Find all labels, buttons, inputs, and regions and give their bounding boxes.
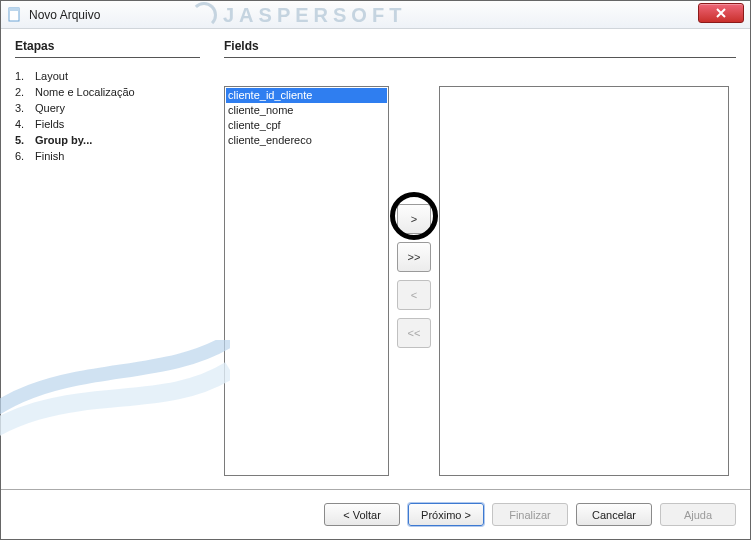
step-item: 6.Finish (15, 148, 200, 164)
step-label: Group by... (35, 134, 92, 146)
step-label: Fields (35, 118, 64, 130)
add-button[interactable]: > (397, 204, 431, 234)
available-fields-list[interactable]: cliente_id_clientecliente_nomecliente_cp… (224, 86, 389, 476)
step-number: 5. (15, 134, 35, 146)
titlebar: Novo Arquivo JASPERSOFT (1, 1, 750, 29)
list-item[interactable]: cliente_endereco (226, 133, 387, 148)
wizard-footer: < Voltar Próximo > Finalizar Cancelar Aj… (1, 489, 750, 539)
step-number: 1. (15, 70, 35, 82)
list-item[interactable]: cliente_id_cliente (226, 88, 387, 103)
step-label: Query (35, 102, 65, 114)
selected-fields-list[interactable] (439, 86, 729, 476)
back-button[interactable]: < Voltar (324, 503, 400, 526)
transfer-buttons: > >> < << (389, 86, 439, 476)
step-item: 4.Fields (15, 116, 200, 132)
list-item[interactable]: cliente_cpf (226, 118, 387, 133)
remove-all-button[interactable]: << (397, 318, 431, 348)
step-number: 2. (15, 86, 35, 98)
steps-list: 1.Layout2.Nome e Localização3.Query4.Fie… (15, 68, 200, 164)
svg-rect-1 (9, 8, 19, 11)
brand-logo: JASPERSOFT (191, 1, 406, 29)
brand-text: JASPERSOFT (223, 4, 406, 27)
help-button[interactable]: Ajuda (660, 503, 736, 526)
app-icon (7, 7, 23, 23)
fields-title: Fields (224, 39, 736, 58)
steps-title: Etapas (15, 39, 200, 58)
remove-button[interactable]: < (397, 280, 431, 310)
step-item: 2.Nome e Localização (15, 84, 200, 100)
step-number: 4. (15, 118, 35, 130)
step-label: Layout (35, 70, 68, 82)
step-number: 3. (15, 102, 35, 114)
step-label: Finish (35, 150, 64, 162)
finish-button[interactable]: Finalizar (492, 503, 568, 526)
step-item: 1.Layout (15, 68, 200, 84)
window-title: Novo Arquivo (29, 8, 100, 22)
list-item[interactable]: cliente_nome (226, 103, 387, 118)
add-all-button[interactable]: >> (397, 242, 431, 272)
step-number: 6. (15, 150, 35, 162)
cancel-button[interactable]: Cancelar (576, 503, 652, 526)
step-item: 5.Group by... (15, 132, 200, 148)
step-label: Nome e Localização (35, 86, 135, 98)
steps-sidebar: Etapas 1.Layout2.Nome e Localização3.Que… (15, 39, 200, 489)
next-button[interactable]: Próximo > (408, 503, 484, 526)
close-button[interactable] (698, 3, 744, 23)
step-item: 3.Query (15, 100, 200, 116)
